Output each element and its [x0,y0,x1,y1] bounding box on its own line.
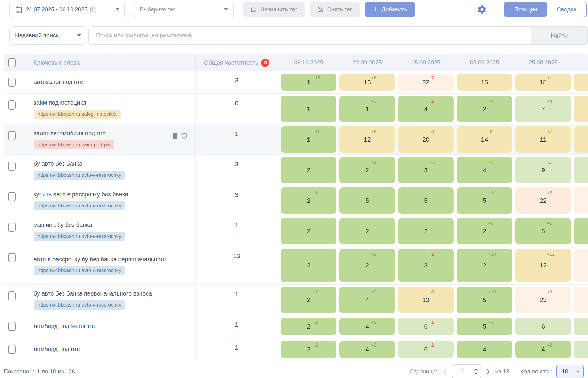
divider [73,31,73,39]
position-cell: 12+8 [339,126,395,153]
notes-icon[interactable] [172,133,178,139]
url-badge[interactable]: https nvr.bbcash.ru avto-v-rassrochky [34,300,125,310]
position-cell: 2+3 [281,187,336,214]
position-delta: +2 [371,343,376,347]
keyword-cell: авто в рассрочку бу без банка первоначал… [34,246,174,284]
next-page-chevron-icon[interactable] [486,368,490,375]
position-delta: +3 [371,99,376,104]
keyword-text: бу авто без банка первоначального взноса [34,290,152,297]
position-value: 5 [483,296,486,303]
position-delta: +1 [547,75,552,80]
date-range-count: (6) [90,6,97,13]
remove-tag-button[interactable]: Снять тег [310,2,360,17]
row-checkbox[interactable] [8,291,16,300]
position-cell: 4+9 [339,287,395,313]
position-cell: 7+4 [515,96,571,122]
settings-gear-icon[interactable] [477,5,487,15]
position-cell: 1+3 [339,96,395,122]
position-value: 2 [365,262,369,269]
stepper-up-icon[interactable] [474,369,478,371]
row-checkbox[interactable] [8,162,16,171]
position-cells: 22+13-12+1012+12 [281,246,588,284]
position-value: 4 [541,346,545,353]
url-badge[interactable]: https nvr.bbcash.ru avto-v-rassrochky [34,201,125,210]
per-page-select[interactable]: 10 [556,365,584,378]
history-icon[interactable] [181,133,187,139]
column-header-date[interactable]: 15.09.2025 [398,59,454,66]
keyword-text: авто в рассрочку бу без банка первоначал… [34,256,166,263]
position-cell-partial [574,287,588,313]
position-cell: 5 [339,187,395,214]
assign-tag-button[interactable]: Назначить тег [243,2,305,17]
url-badge[interactable]: https nvr.bbcash.ru zaim-pod-pts [34,140,114,149]
position-value: 1 [365,105,369,113]
position-cell: 2+10 [457,249,512,282]
position-value: 3 [424,262,428,269]
search-input[interactable] [88,26,588,45]
position-cell: 5+18 [457,287,512,313]
position-delta: -3 [488,129,492,134]
position-value: 2 [307,346,310,353]
position-delta: +5 [488,160,494,165]
row-checkbox[interactable] [8,131,16,140]
frequency-value: 0 [195,94,278,124]
divider [111,5,111,13]
table-row: ломбард под залог птс12+24+26-15+16 [4,315,588,338]
position-cell: 3+1 [398,157,454,183]
position-cell: 2+2 [281,318,336,335]
tab-positions[interactable]: Позиции [504,2,547,17]
position-cell-partial [574,126,588,153]
column-header-date[interactable]: 22.09.2025 [339,59,395,66]
position-cell: 4 [457,341,512,358]
position-value: 5 [365,197,369,204]
row-checkbox[interactable] [8,192,16,201]
row-checkbox[interactable] [8,223,16,232]
position-cell: 2+2 [281,341,336,358]
url-badge[interactable]: https nvr.bbcash.ru avto-v-rassrochky [34,171,125,180]
page-number-input[interactable]: 1 [452,364,481,378]
row-checkbox[interactable] [8,78,16,87]
row-checkbox[interactable] [8,100,16,110]
stepper-down-icon[interactable] [474,372,478,375]
keywords-table: Ключевые слова Общая частотность Я 06.10… [4,54,588,361]
select-all-checkbox[interactable] [8,58,16,67]
keyword-cell: автозалог под птс [34,71,174,93]
prev-page-chevron-icon[interactable] [443,368,447,375]
url-badge[interactable]: https nvr.bbcash.ru avto-v-rassrochky [34,266,125,275]
date-range-picker[interactable]: 21.07.2025 - 06.10.2025 (6) [9,2,125,17]
position-delta: +3 [488,221,494,226]
tab-summary[interactable]: Сводка [547,2,586,17]
column-header-frequency: Общая частотность Я [195,54,278,71]
position-delta: -2 [430,343,434,347]
position-cell: 2 [398,218,454,244]
position-cell: 6-2 [398,341,454,358]
column-header-date[interactable]: 25.08.2025 [515,59,571,66]
url-badge[interactable]: https nvr.bbcash.ru zalog-motocikla [34,110,121,119]
url-badge[interactable]: https nvr.bbcash.ru avto-v-rassrochky [34,232,125,241]
column-header-date[interactable]: 06.10.2025 [281,59,336,66]
keyword-text: машина бу без банка [34,221,92,229]
position-cells: 2+24+913-85+1823+3 [281,285,588,315]
position-value: 7 [541,105,545,113]
position-cells: 1+1112+820-614-311+7 [281,124,588,154]
position-value: 4 [424,105,428,113]
position-cell: 11+7 [515,126,571,153]
tag-select[interactable]: Выберите тег [134,2,234,17]
tag-off-icon [318,6,324,13]
keyword-cell: займ под мотоциклhttps nvr.bbcash.ru zal… [34,94,174,124]
frequency-header-label: Общая частотность [204,59,258,66]
row-checkbox[interactable] [8,345,16,354]
row-checkbox[interactable] [8,253,16,262]
position-cell: 2+3 [457,218,512,244]
recent-search-dropdown[interactable]: Недавний поиск [9,26,86,45]
position-value: 1 [307,136,310,143]
column-header-date[interactable]: 08.09.2025 [457,59,512,66]
position-delta: -7 [430,75,434,80]
keyword-text: бу авто без банка [34,160,82,168]
position-cells: 2+3555+1722+2 [281,185,588,216]
add-button[interactable]: + Добавить [365,2,415,17]
search-submit-button[interactable]: Найти [531,26,588,45]
row-checkbox[interactable] [8,322,16,331]
position-value: 5 [483,323,486,330]
position-value: 3 [424,166,428,174]
